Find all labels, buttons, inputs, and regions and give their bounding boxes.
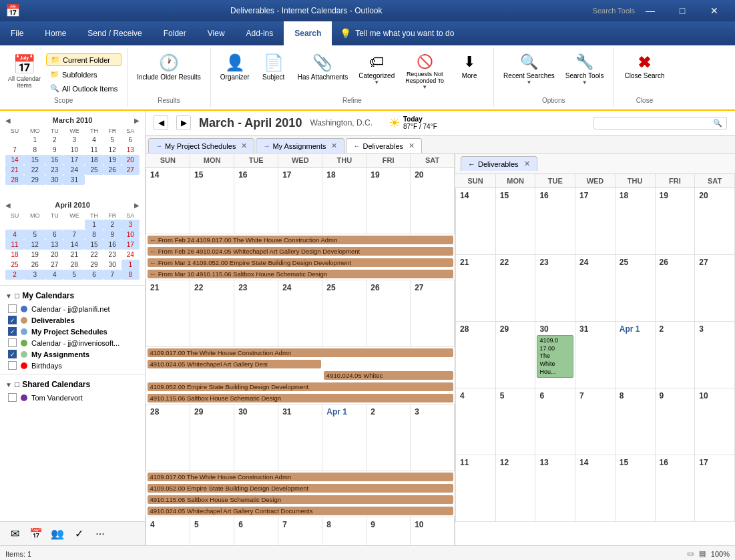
calendar-day-cell[interactable]: 21 <box>146 280 190 347</box>
close-tab2-button[interactable]: ✕ <box>331 142 337 150</box>
mini-cal-day[interactable]: 23 <box>45 165 63 175</box>
mini-cal-day[interactable]: 25 <box>5 260 24 270</box>
mini-cal-day[interactable]: 19 <box>103 155 121 165</box>
mini-cal-day[interactable]: 3 <box>24 270 45 280</box>
my-calendar-item[interactable]: ✓My Assignments <box>5 348 140 360</box>
mini-cal-day[interactable]: 4 <box>45 270 63 280</box>
mini-cal-day[interactable]: 13 <box>121 145 140 155</box>
right-calendar-day-cell[interactable]: 24 <box>575 255 616 322</box>
mini-cal-day[interactable]: 29 <box>85 260 103 270</box>
view-reading-icon[interactable]: ▤ <box>699 549 706 558</box>
has-attachments-button[interactable]: 📎 Has Attachments <box>294 51 352 84</box>
calendar-day-cell[interactable]: 17 <box>278 168 322 234</box>
mini-cal-day[interactable]: 21 <box>63 250 85 260</box>
mini-cal-day[interactable]: 29 <box>24 175 45 185</box>
mini-cal-day[interactable]: 7 <box>63 230 85 240</box>
right-calendar-day-cell[interactable]: 15 <box>495 188 535 255</box>
all-calendar-items-button[interactable]: 📅 All CalendarItems <box>5 51 43 91</box>
subject-button[interactable]: 📄 Subject <box>256 51 291 84</box>
close-deliverables-button[interactable]: ✕ <box>524 160 530 168</box>
my-calendar-item[interactable]: ✓Deliverables <box>5 314 140 326</box>
right-calendar-day-cell[interactable]: 13 <box>535 455 575 522</box>
mini-cal-next-button[interactable]: ▶ <box>134 117 140 124</box>
mini-cal-day[interactable]: 18 <box>5 250 24 260</box>
mini-cal-day[interactable]: 2 <box>103 220 121 230</box>
view-normal-icon[interactable]: ▭ <box>687 549 694 558</box>
mini-cal-day[interactable]: 5 <box>24 230 45 240</box>
requests-not-responded-button[interactable]: 🚫 Requests NotResponded To ▼ <box>401 51 448 93</box>
calendar-event[interactable]: 4910.115.06 Saltbox House Schematic Desi… <box>148 495 453 504</box>
deliverables-tab[interactable]: ← Deliverables ✕ <box>346 138 422 153</box>
close-tab-button[interactable]: ✕ <box>241 142 247 150</box>
calendar-day-cell[interactable]: 19 <box>366 168 411 234</box>
mini-cal-day[interactable]: 8 <box>85 230 103 240</box>
mini-cal-day[interactable]: 2 <box>5 270 24 280</box>
tab-file[interactable]: File <box>0 21 34 45</box>
deliverables-right-tab[interactable]: ← Deliverables ✕ <box>461 156 537 171</box>
mini-cal-day[interactable]: 7 <box>5 145 24 155</box>
tab-send-receive[interactable]: Send / Receive <box>77 21 152 45</box>
calendar-event[interactable]: 4109.017.00 The White House Construction… <box>148 473 453 481</box>
more-tools-button[interactable]: ··· <box>91 525 109 543</box>
minimize-button[interactable]: — <box>635 0 666 21</box>
calendar-event[interactable]: 4910.115.06 Saltbox House Schematic Desi… <box>148 394 453 402</box>
my-calendars-header[interactable]: ▼ □ My Calendars <box>5 288 140 303</box>
tab-view[interactable]: View <box>197 21 236 45</box>
mini-cal-day[interactable]: 20 <box>45 250 63 260</box>
mini-cal-day[interactable]: 30 <box>45 175 63 185</box>
calendar-search-input[interactable] <box>598 119 713 127</box>
mini-cal-day[interactable]: 10 <box>121 230 140 240</box>
mini-cal-day[interactable]: 22 <box>24 165 45 175</box>
right-calendar-day-cell[interactable]: 17 <box>575 188 616 255</box>
mini-cal-day[interactable]: 15 <box>24 155 45 165</box>
mini-cal-day[interactable]: 11 <box>85 145 103 155</box>
mini-cal-april-prev[interactable]: ◀ <box>5 202 11 209</box>
mini-cal-day[interactable] <box>85 175 103 185</box>
shared-calendars-header[interactable]: ▼ □ Shared Calendars <box>5 377 140 392</box>
mini-cal-day[interactable]: 1 <box>24 135 45 145</box>
close-tab3-button[interactable]: ✕ <box>409 142 415 150</box>
people-tool-button[interactable]: 👥 <box>48 525 67 543</box>
tell-me-area[interactable]: 💡 Tell me what you want to do <box>332 21 735 45</box>
calendar-event[interactable]: 4910.024.05 Whitechapel Art Gallery Cont… <box>148 507 453 515</box>
calendar-event[interactable]: 4910.024.05 Whitechapel Art Gallery Desi <box>148 360 321 368</box>
right-calendar-day-cell[interactable]: 16 <box>535 188 575 255</box>
calendar-day-cell[interactable]: 3 <box>411 404 455 471</box>
my-assignments-tab[interactable]: → My Assignments ✕ <box>256 138 344 153</box>
green-calendar-event[interactable]: 4109.0 17.00 The White Hou... <box>537 335 573 378</box>
mini-cal-day[interactable]: 1 <box>121 260 140 270</box>
mini-cal-day[interactable]: 25 <box>85 165 103 175</box>
more-button[interactable]: ⬇ More <box>451 51 488 82</box>
calendar-day-cell[interactable]: 29 <box>190 404 234 471</box>
mini-cal-day[interactable]: 5 <box>63 270 85 280</box>
all-outlook-items-button[interactable]: 🔍 All Outlook Items <box>46 83 121 94</box>
search-tools-button[interactable]: 🔧 Search Tools ▼ <box>561 51 608 88</box>
organizer-button[interactable]: 👤 Organizer <box>216 51 254 84</box>
mini-cal-day[interactable]: 13 <box>45 240 63 250</box>
mini-cal-day[interactable]: 17 <box>121 240 140 250</box>
calendar-day-cell[interactable]: 22 <box>190 280 234 347</box>
calendar-event[interactable]: 4109.017.00 The White House Construction… <box>148 348 453 357</box>
include-older-results-button[interactable]: 🕐 Include Older Results <box>133 51 205 84</box>
calendar-day-cell[interactable]: 9 <box>366 517 411 546</box>
calendar-day-cell[interactable]: 30 <box>234 404 278 471</box>
calendar-day-cell[interactable]: 10 <box>411 517 455 546</box>
cal-prev-button[interactable]: ◀ <box>154 115 168 130</box>
shared-calendar-item[interactable]: Tom Vandervort <box>5 392 140 403</box>
calendar-day-cell[interactable]: 20 <box>411 168 455 234</box>
mini-cal-day[interactable]: 17 <box>63 155 85 165</box>
calendar-event[interactable]: 4109.052.00 Empire State Building Design… <box>148 382 453 391</box>
right-calendar-day-cell[interactable]: Apr 1 <box>615 322 655 388</box>
mini-cal-day[interactable]: 2 <box>45 135 63 145</box>
right-calendar-day-cell[interactable]: 19 <box>655 188 695 255</box>
right-calendar-day-cell[interactable]: 8 <box>615 388 655 455</box>
my-calendar-item[interactable]: ✓My Project Schedules <box>5 326 140 337</box>
search-icon[interactable]: 🔍 <box>713 119 722 127</box>
mini-cal-day[interactable]: 18 <box>85 155 103 165</box>
mini-cal-day[interactable]: 15 <box>85 240 103 250</box>
mini-cal-day[interactable] <box>24 220 45 230</box>
mini-cal-day[interactable]: 28 <box>63 260 85 270</box>
mini-cal-day[interactable]: 14 <box>63 240 85 250</box>
right-calendar-day-cell[interactable]: 11 <box>456 455 496 522</box>
mini-cal-day[interactable]: 12 <box>24 240 45 250</box>
